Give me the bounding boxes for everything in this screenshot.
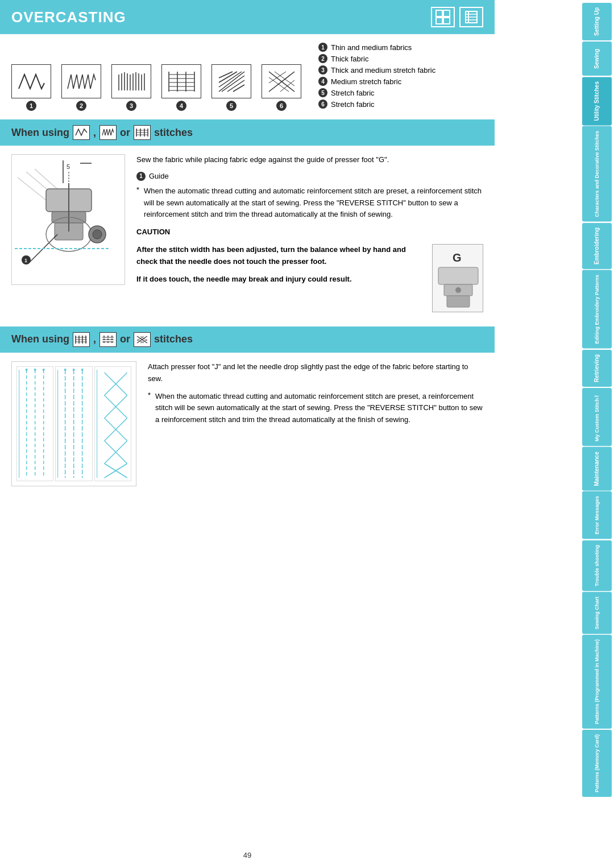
page-number: 49 <box>243 851 251 859</box>
section2-header-text: When using <box>11 333 69 345</box>
section1-stitch-icon-1 <box>73 125 90 140</box>
sidebar-tab-maintenance[interactable]: Maintenance <box>582 447 612 491</box>
svg-text:5: 5 <box>67 163 70 170</box>
fabric-list: 1 Thin and medium fabrics 2 Thick fabric… <box>313 43 483 111</box>
svg-rect-0 <box>436 10 442 16</box>
title-bar: OVERCASTING <box>0 0 495 34</box>
section1-stitches: stitches <box>154 127 193 139</box>
svg-point-72 <box>455 287 461 293</box>
stitch-num-4: 4 <box>176 101 186 111</box>
section2-content: Attach presser foot "J" and let the need… <box>0 353 495 495</box>
section2-stitch-icon-3 <box>134 332 151 347</box>
section2-header: When using , <box>0 326 495 353</box>
section2-right-text: Attach presser foot "J" and let the need… <box>148 361 483 486</box>
sidebar-tab-sewing-chart[interactable]: Sewing Chart <box>582 592 612 634</box>
sidebar-tab-sewing[interactable]: Sewing <box>582 42 612 76</box>
section2-illustration <box>11 361 136 486</box>
fabric-item-5: 5 Stretch fabric <box>318 88 483 97</box>
main-content: OVERCASTING <box>0 0 495 868</box>
svg-point-96 <box>26 369 28 371</box>
sidebar-tab-utility-stitches[interactable]: Utility Stitches <box>582 77 612 125</box>
section1-guide-label: Guide <box>149 172 169 180</box>
stitch-icon-1: 1 <box>11 64 51 111</box>
section1-illustration: 5 1 <box>11 154 125 285</box>
svg-rect-71 <box>447 296 470 307</box>
sidebar-tab-error-messages[interactable]: Error Messages <box>582 491 612 539</box>
svg-point-104 <box>73 369 75 371</box>
section1-stitch-icon-3 <box>134 125 151 140</box>
stitch-num-5: 5 <box>226 101 237 111</box>
stitch-icon-2: 2 <box>61 64 101 111</box>
stitch-icon-6: 6 <box>262 64 301 111</box>
pattern-3 <box>94 366 131 481</box>
section1-header-text: When using <box>11 127 69 139</box>
stitch-num-2: 2 <box>76 101 86 111</box>
section1-instruction: Sew the fabric while placing fabric edge… <box>136 154 483 166</box>
section1-auto-thread: When the automatic thread cutting and au… <box>144 185 483 221</box>
svg-text:1: 1 <box>24 258 27 263</box>
stitch-num-6: 6 <box>276 101 287 111</box>
section1-header: When using , or <box>0 119 495 146</box>
svg-rect-69 <box>438 267 478 284</box>
stitch-num-3: 3 <box>126 101 136 111</box>
section2-instruction: Attach presser foot "J" and let the need… <box>148 361 483 385</box>
pattern-1 <box>16 366 53 481</box>
svg-line-33 <box>219 72 233 78</box>
section2-auto-thread: When the automatic thread cutting and au… <box>155 391 483 426</box>
svg-rect-2 <box>436 18 442 24</box>
section2-stitch-icon-1 <box>73 332 90 347</box>
sidebar-tab-characters-decorative[interactable]: Characters and Decorative Stitches <box>582 126 612 222</box>
sidebar-tab-patterns-memory[interactable]: Patterns (Memory Card) <box>582 730 612 797</box>
grid-icon <box>431 7 455 27</box>
svg-text:G: G <box>453 251 462 264</box>
sidebar-tab-embroidering[interactable]: Embroidering <box>582 223 612 269</box>
section1-note: * When the automatic thread cutting and … <box>136 185 483 221</box>
section1-content: 5 1 <box>0 146 495 321</box>
svg-line-36 <box>233 85 244 92</box>
sidebar-tab-editing-embroidery[interactable]: Editing Embroidery Patterns <box>582 270 612 349</box>
sidebar-tab-my-custom-stitch[interactable]: My Custom Stitch™ <box>582 388 612 446</box>
fabric-item-6: 6 Stretch fabric <box>318 100 483 109</box>
caution-text-2: If it does touch, the needle may break a… <box>136 274 424 286</box>
section1-stitch-icon-2 <box>99 125 117 140</box>
svg-point-97 <box>34 369 36 371</box>
caution-text: After the stitch width has been adjusted… <box>136 244 424 268</box>
stitch-icons-row: 1 2 <box>11 43 301 111</box>
stitch-num-1: 1 <box>26 101 36 111</box>
sidebar-tab-troubleshooting[interactable]: Trouble shooting <box>582 540 612 591</box>
svg-point-64 <box>93 230 102 239</box>
section2-stitches: stitches <box>154 333 193 345</box>
section1-guide: 1 Guide <box>136 172 483 181</box>
section1-right-text: Sew the fabric while placing fabric edge… <box>136 154 483 312</box>
title-icons <box>431 7 483 27</box>
book-icon <box>459 7 483 27</box>
svg-point-98 <box>43 369 45 371</box>
section2-or: or <box>120 333 130 345</box>
fabric-item-1: 1 Thin and medium fabrics <box>318 43 483 52</box>
sidebar-tab-retrieving[interactable]: Retrieving <box>582 350 612 387</box>
svg-rect-3 <box>443 18 450 24</box>
pattern-2 <box>55 366 92 481</box>
caution-box: CAUTION After the stitch width has been … <box>136 226 483 312</box>
fabric-item-2: 2 Thick fabric <box>318 54 483 63</box>
svg-rect-1 <box>443 10 450 16</box>
fabric-item-4: 4 Medium stretch fabric <box>318 77 483 86</box>
sidebar: Setting Up Sewing Utility Stitches Chara… <box>580 0 614 868</box>
fabric-item-3: 3 Thick and medium stretch fabric <box>318 65 483 75</box>
sidebar-tab-patterns-programmed[interactable]: Patterns (Programmed in Machine) <box>582 635 612 729</box>
section2-note: * When the automatic thread cutting and … <box>148 391 483 426</box>
sidebar-tab-setting-up[interactable]: Setting Up <box>582 3 612 40</box>
page-title: OVERCASTING <box>11 9 126 26</box>
caution-title: CAUTION <box>136 226 483 238</box>
svg-line-34 <box>222 76 244 92</box>
section1-or: or <box>120 127 130 139</box>
svg-point-105 <box>81 369 84 371</box>
svg-point-103 <box>64 369 67 371</box>
stitch-icon-5: 5 <box>211 64 251 111</box>
stitch-icon-4: 4 <box>161 64 201 111</box>
stitch-icon-3: 3 <box>111 64 151 111</box>
fabric-section: 1 2 <box>0 34 495 119</box>
section2-stitch-icon-2 <box>99 332 117 347</box>
